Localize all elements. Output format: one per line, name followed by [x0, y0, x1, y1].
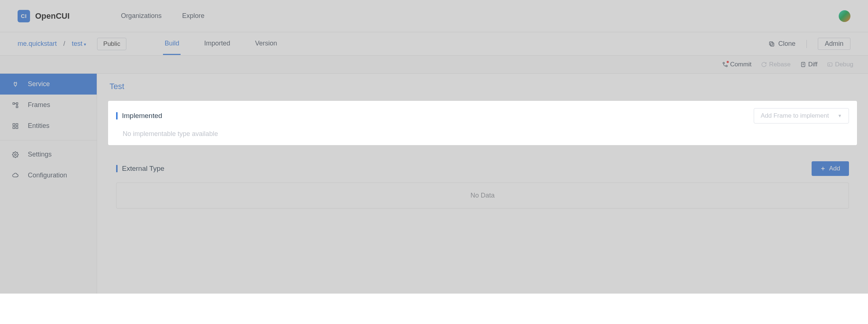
no-data-message: No Data [116, 183, 849, 209]
divider [0, 140, 97, 140]
add-frame-select[interactable]: Add Frame to implement ▼ [754, 108, 849, 124]
svg-rect-7 [828, 63, 832, 66]
breadcrumb-separator: / [63, 40, 65, 48]
refresh-icon [761, 62, 767, 67]
svg-point-3 [726, 65, 727, 67]
tab-imported[interactable]: Imported [203, 33, 231, 55]
nav-organizations[interactable]: Organizations [121, 12, 162, 20]
section-heading: External Type [122, 165, 164, 173]
hierarchy-icon [12, 102, 19, 109]
chevron-down-icon: ▼ [838, 113, 842, 118]
file-icon [800, 62, 806, 67]
sidebar-item-frames[interactable]: Frames [0, 95, 97, 115]
debug-button: Debug [827, 61, 853, 68]
plus-icon [820, 166, 826, 171]
svg-rect-13 [13, 126, 15, 128]
admin-button[interactable]: Admin [818, 38, 850, 50]
commit-button[interactable]: Commit [722, 61, 752, 68]
select-placeholder: Add Frame to implement [761, 112, 829, 119]
tab-build[interactable]: Build [163, 33, 181, 55]
branch-icon [722, 62, 728, 67]
external-type-section: External Type Add No Data [108, 154, 857, 216]
logo-badge: CI [18, 10, 30, 22]
svg-rect-11 [13, 124, 15, 125]
sidebar-item-label: Configuration [28, 172, 67, 179]
sidebar-item-label: Frames [28, 101, 50, 109]
accent-bar-icon [116, 112, 118, 119]
breadcrumb-project[interactable]: test▾ [72, 40, 86, 48]
avatar[interactable] [839, 10, 850, 22]
divider [806, 40, 807, 48]
visibility-badge: Public [97, 38, 126, 50]
page-title: Test [108, 82, 857, 91]
svg-point-15 [15, 154, 16, 155]
svg-rect-10 [16, 106, 18, 108]
logo-text: OpenCUI [35, 11, 70, 21]
notification-dot-icon [727, 61, 729, 63]
svg-point-2 [723, 62, 724, 64]
sidebar-item-configuration[interactable]: Configuration [0, 165, 97, 186]
terminal-icon [827, 62, 833, 67]
svg-rect-9 [16, 103, 18, 104]
svg-rect-8 [13, 103, 15, 104]
tab-version[interactable]: Version [253, 33, 278, 55]
chevron-down-icon: ▾ [84, 42, 86, 47]
grid-icon [12, 122, 19, 130]
svg-rect-14 [16, 126, 18, 128]
svg-rect-1 [769, 42, 773, 45]
cloud-icon [12, 172, 19, 179]
sidebar-item-label: Service [28, 80, 50, 88]
add-button[interactable]: Add [812, 161, 849, 176]
sidebar-item-label: Entities [28, 122, 49, 130]
accent-bar-icon [116, 165, 118, 172]
section-heading: Implemented [122, 112, 162, 120]
sidebar-item-label: Settings [28, 151, 52, 158]
sidebar-item-entities[interactable]: Entities [0, 115, 97, 136]
breadcrumb: me.quickstart / test▾ [18, 40, 86, 48]
svg-rect-12 [16, 124, 18, 125]
implemented-section: Implemented Add Frame to implement ▼ No … [108, 101, 857, 145]
nav-explore[interactable]: Explore [182, 12, 204, 20]
diff-button[interactable]: Diff [800, 61, 817, 68]
gear-icon [12, 151, 19, 158]
sidebar-item-settings[interactable]: Settings [0, 144, 97, 165]
empty-message: No implementable type available [116, 130, 849, 138]
logo[interactable]: CI OpenCUI [18, 10, 70, 22]
breadcrumb-org[interactable]: me.quickstart [18, 40, 57, 48]
svg-rect-0 [771, 43, 774, 46]
copy-icon [768, 40, 775, 48]
sidebar-item-service[interactable]: Service [0, 74, 97, 95]
clone-button[interactable]: Clone [768, 40, 795, 48]
rebase-button: Rebase [761, 61, 791, 68]
plug-icon [12, 81, 19, 88]
